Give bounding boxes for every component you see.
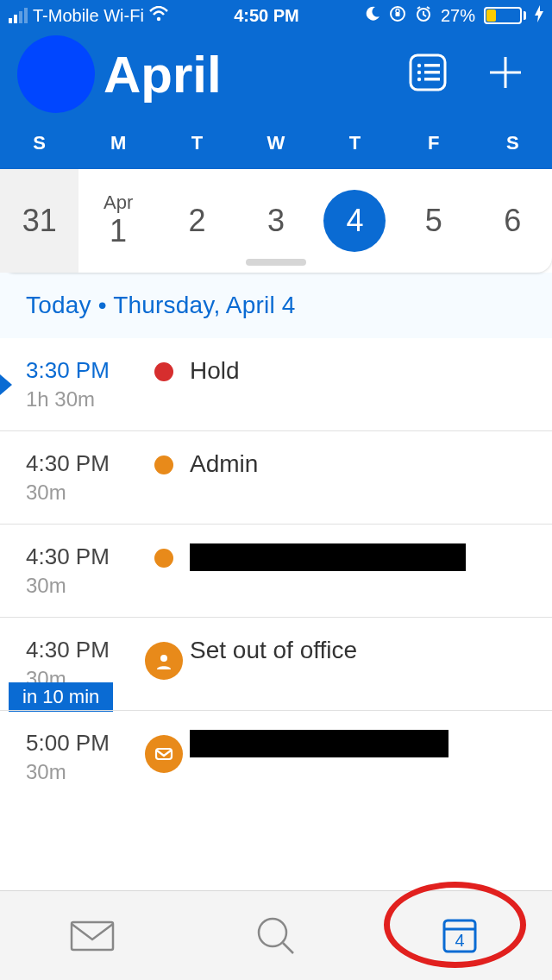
svg-point-11 <box>160 655 167 662</box>
svg-rect-14 <box>72 922 113 950</box>
event-time: 4:30 PM <box>26 637 138 663</box>
redacted-title <box>190 543 466 571</box>
new-event-button[interactable] <box>485 52 526 97</box>
event-title: Set out of office <box>190 637 526 664</box>
svg-point-0 <box>157 16 160 20</box>
upcoming-pill: in 10 min <box>9 682 113 712</box>
calendar-tab[interactable]: 4 <box>368 891 552 980</box>
battery-pct-label: 27% <box>441 6 475 26</box>
calendar-tab-number: 4 <box>455 931 465 950</box>
battery-icon <box>484 7 526 24</box>
status-bar: T-Mobile Wi-Fi 4:50 PM 27% <box>0 0 552 31</box>
event-time: 4:30 PM <box>26 450 138 477</box>
weekday-header: S M T W T F S <box>0 117 552 169</box>
event-time: 5:00 PM <box>26 730 138 757</box>
title-row: April <box>0 31 552 117</box>
day-cell[interactable]: 5 <box>394 169 473 273</box>
event-duration: 30m <box>26 760 138 784</box>
status-right: 27% <box>365 5 543 27</box>
today-header: Today • Thursday, April 4 <box>0 273 552 338</box>
event-duration: 30m <box>26 574 138 598</box>
event-title: Admin <box>190 450 526 478</box>
calendar-dot-icon <box>154 455 173 474</box>
weekday-label: M <box>78 132 157 154</box>
svg-point-9 <box>417 78 421 81</box>
status-left: T-Mobile Wi-Fi <box>9 6 168 26</box>
out-of-office-icon <box>145 642 183 680</box>
mail-event-icon <box>145 735 183 773</box>
app-header: T-Mobile Wi-Fi 4:50 PM 27% April S M T W <box>0 0 552 169</box>
calendar-dot-icon <box>154 362 173 381</box>
calendar-dot-icon <box>154 549 173 568</box>
event-duration: 1h 30m <box>26 387 138 411</box>
month-title[interactable]: April <box>104 45 405 104</box>
agenda-view-button[interactable] <box>405 50 450 98</box>
svg-rect-13 <box>156 749 172 759</box>
day-cell[interactable]: 2 <box>158 169 236 273</box>
svg-rect-2 <box>395 12 399 16</box>
weekday-label: S <box>474 132 552 154</box>
weekday-label: W <box>236 132 315 154</box>
mail-tab[interactable] <box>0 891 184 980</box>
svg-point-7 <box>417 71 421 74</box>
event-row[interactable]: 4:30 PM 30m Admin <box>0 430 552 524</box>
weekday-label: S <box>0 132 78 154</box>
svg-rect-10 <box>424 78 440 81</box>
event-row[interactable]: 4:30 PM 30m <box>0 524 552 617</box>
week-picker[interactable]: 31 Apr1 2 3 4 5 6 <box>0 169 552 273</box>
signal-icon <box>9 8 28 23</box>
profile-avatar[interactable] <box>17 35 95 113</box>
day-cell[interactable]: Apr1 <box>78 169 157 273</box>
svg-rect-6 <box>424 64 440 67</box>
wifi-icon <box>149 6 168 26</box>
alarm-icon <box>415 5 432 27</box>
bottom-tabbar: 4 <box>0 890 552 980</box>
weekday-label: T <box>158 132 236 154</box>
svg-rect-8 <box>424 71 440 74</box>
event-time: 4:30 PM <box>26 543 138 570</box>
carrier-label: T-Mobile Wi-Fi <box>33 6 144 26</box>
svg-point-5 <box>417 64 421 67</box>
search-tab[interactable] <box>184 891 367 980</box>
weekday-label: T <box>316 132 394 154</box>
svg-point-15 <box>259 919 286 946</box>
day-cell[interactable]: 31 <box>0 169 78 273</box>
orientation-lock-icon <box>389 5 406 27</box>
weekday-label: F <box>394 132 473 154</box>
current-time-indicator-icon <box>0 374 12 395</box>
charging-icon <box>535 5 543 27</box>
event-duration: 30m <box>26 481 138 505</box>
event-row[interactable]: 3:30 PM 1h 30m Hold <box>0 338 552 430</box>
day-cell[interactable]: 6 <box>474 169 552 273</box>
drag-handle[interactable] <box>246 259 306 266</box>
event-row[interactable]: 5:00 PM 30m <box>0 710 552 803</box>
day-cell[interactable]: 3 <box>236 169 315 273</box>
event-time: 3:30 PM <box>26 357 138 384</box>
redacted-title <box>190 730 448 757</box>
day-cell-selected[interactable]: 4 <box>316 169 394 273</box>
agenda-list[interactable]: 3:30 PM 1h 30m Hold 4:30 PM 30m Admin 4:… <box>0 338 552 803</box>
dnd-moon-icon <box>365 6 380 26</box>
clock-label: 4:50 PM <box>168 6 365 26</box>
event-title: Hold <box>190 357 526 385</box>
